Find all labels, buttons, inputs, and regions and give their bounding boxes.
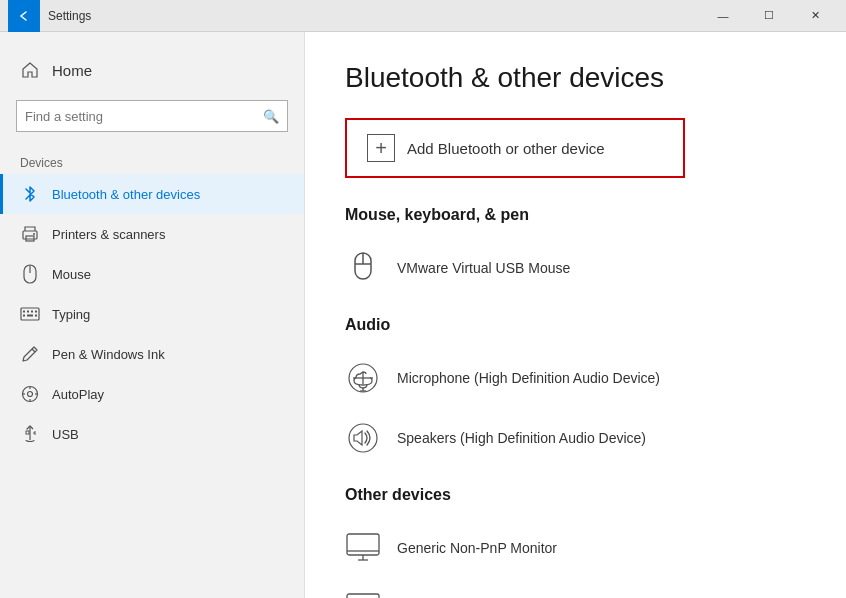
svg-rect-5 <box>21 308 39 320</box>
svg-point-15 <box>28 392 33 397</box>
window-title: Settings <box>48 9 700 23</box>
speakers-icon <box>345 420 381 456</box>
title-bar: Settings — ☐ ✕ <box>0 0 846 32</box>
svg-rect-6 <box>23 311 25 313</box>
list-item: Intel(R) 82574L Gigabit Network Connecti… <box>345 580 806 598</box>
svg-rect-11 <box>27 315 33 317</box>
usb-icon <box>20 424 40 444</box>
sidebar-mouse-label: Mouse <box>52 267 91 282</box>
bluetooth-icon <box>20 184 40 204</box>
svg-point-2 <box>33 233 35 235</box>
search-input[interactable] <box>25 109 263 124</box>
search-box[interactable]: 🔍 <box>16 100 288 132</box>
page-title: Bluetooth & other devices <box>345 62 806 94</box>
sidebar-printers-label: Printers & scanners <box>52 227 165 242</box>
maximize-button[interactable]: ☐ <box>746 0 792 32</box>
svg-line-13 <box>32 349 35 352</box>
list-item: Generic Non-PnP Monitor <box>345 520 806 576</box>
svg-point-32 <box>349 424 377 452</box>
search-icon: 🔍 <box>263 109 279 124</box>
typing-icon <box>20 304 40 324</box>
list-item: VMware Virtual USB Mouse <box>345 240 806 296</box>
sidebar: Home 🔍 Devices Bluetooth & other devices <box>0 32 305 598</box>
other-devices-section: Other devices Generic Non-PnP Monitor <box>345 486 806 598</box>
sidebar-item-mouse[interactable]: Mouse <box>0 254 304 294</box>
svg-rect-0 <box>23 231 37 239</box>
mouse-icon <box>20 264 40 284</box>
audio-section: Audio Microphone (High Definition Audio … <box>345 316 806 466</box>
sidebar-item-typing[interactable]: Typing <box>0 294 304 334</box>
close-button[interactable]: ✕ <box>792 0 838 32</box>
sidebar-bluetooth-label: Bluetooth & other devices <box>52 187 200 202</box>
list-item: Speakers (High Definition Audio Device) <box>345 410 806 466</box>
monitor-name: Generic Non-PnP Monitor <box>397 540 557 556</box>
speakers-name: Speakers (High Definition Audio Device) <box>397 430 646 446</box>
svg-rect-9 <box>35 311 37 313</box>
pen-icon <box>20 344 40 364</box>
sidebar-pen-label: Pen & Windows Ink <box>52 347 165 362</box>
network-icon <box>345 590 381 598</box>
mouse-keyboard-section: Mouse, keyboard, & pen VMware Virtual US… <box>345 206 806 296</box>
minimize-button[interactable]: — <box>700 0 746 32</box>
sidebar-typing-label: Typing <box>52 307 90 322</box>
home-icon <box>20 60 40 80</box>
mouse-keyboard-header: Mouse, keyboard, & pen <box>345 206 806 224</box>
svg-rect-12 <box>35 315 37 317</box>
window-controls: — ☐ ✕ <box>700 0 838 32</box>
svg-rect-37 <box>347 594 379 598</box>
svg-rect-7 <box>27 311 29 313</box>
back-button[interactable] <box>8 0 40 32</box>
svg-rect-8 <box>31 311 33 313</box>
monitor-icon <box>345 530 381 566</box>
add-device-label: Add Bluetooth or other device <box>407 140 605 157</box>
add-device-button[interactable]: + Add Bluetooth or other device <box>345 118 685 178</box>
audio-header: Audio <box>345 316 806 334</box>
microphone-name: Microphone (High Definition Audio Device… <box>397 370 660 386</box>
vmware-mouse-name: VMware Virtual USB Mouse <box>397 260 570 276</box>
sidebar-autoplay-label: AutoPlay <box>52 387 104 402</box>
list-item: Microphone (High Definition Audio Device… <box>345 350 806 406</box>
sidebar-usb-label: USB <box>52 427 79 442</box>
sidebar-item-home[interactable]: Home <box>0 52 304 96</box>
sidebar-item-printers[interactable]: Printers & scanners <box>0 214 304 254</box>
sidebar-section-label: Devices <box>0 148 304 174</box>
content-area: Bluetooth & other devices + Add Bluetoot… <box>305 32 846 598</box>
sidebar-item-bluetooth[interactable]: Bluetooth & other devices <box>0 174 304 214</box>
mouse-device-icon <box>345 250 381 286</box>
microphone-icon <box>345 360 381 396</box>
svg-rect-10 <box>23 315 25 317</box>
svg-rect-33 <box>347 534 379 555</box>
sidebar-item-autoplay[interactable]: AutoPlay <box>0 374 304 414</box>
svg-rect-21 <box>26 431 29 434</box>
home-label: Home <box>52 62 92 79</box>
autoplay-icon <box>20 384 40 404</box>
printer-icon <box>20 224 40 244</box>
other-devices-header: Other devices <box>345 486 806 504</box>
plus-icon: + <box>367 134 395 162</box>
window-body: Home 🔍 Devices Bluetooth & other devices <box>0 32 846 598</box>
sidebar-item-pen[interactable]: Pen & Windows Ink <box>0 334 304 374</box>
sidebar-item-usb[interactable]: USB <box>0 414 304 454</box>
